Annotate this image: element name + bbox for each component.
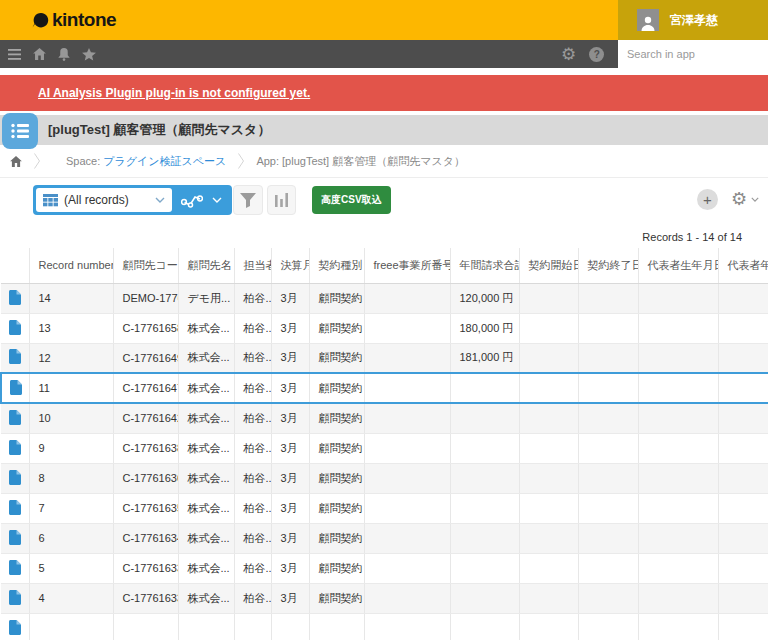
cell xyxy=(718,373,768,403)
column-header[interactable]: 代表者年齢 xyxy=(718,248,768,283)
breadcrumb-space: Space: プラグイン検証スペース xyxy=(66,154,226,169)
warning-banner-link[interactable]: AI Analysis Plugin plug-in is not config… xyxy=(38,86,310,100)
document-icon[interactable] xyxy=(9,440,21,455)
cell: 柏谷... xyxy=(234,583,271,613)
cell xyxy=(638,553,718,583)
table-header-row: Record number顧問先コード顧問先名担当者決算月契約種別freee事業… xyxy=(1,248,768,283)
topbar: kintone 宮澤孝慈 xyxy=(0,0,768,40)
chart-button[interactable] xyxy=(267,185,296,215)
column-header[interactable]: 契約終了日 xyxy=(578,248,638,283)
table-row[interactable]: 13C-17761658...株式会...柏谷...3月顧問契約180,000 … xyxy=(1,313,768,343)
column-header[interactable]: 顧問先コード xyxy=(113,248,178,283)
document-icon[interactable] xyxy=(9,620,21,635)
cell xyxy=(638,493,718,523)
column-header[interactable]: 顧問先名 xyxy=(178,248,234,283)
cell: 柏谷... xyxy=(234,433,271,463)
view-dropdown[interactable]: (All records) xyxy=(36,188,172,212)
cell: 11 xyxy=(29,373,113,403)
cell xyxy=(178,613,234,640)
cell: 180,000 円 xyxy=(450,313,519,343)
cell: C-17761633... xyxy=(113,583,178,613)
home-icon[interactable] xyxy=(33,48,46,60)
document-icon[interactable] xyxy=(9,560,21,575)
star-icon[interactable] xyxy=(82,48,96,61)
cell xyxy=(638,283,718,313)
cell: 3月 xyxy=(271,343,309,373)
cell xyxy=(578,583,638,613)
filter-button[interactable] xyxy=(233,185,263,215)
help-icon[interactable]: ? xyxy=(589,47,604,62)
cell: 181,000 円 xyxy=(450,343,519,373)
app-list-icon[interactable] xyxy=(2,113,38,149)
cell xyxy=(364,613,450,640)
search-input[interactable] xyxy=(618,40,768,68)
column-header[interactable]: 決算月 xyxy=(271,248,309,283)
cell: 4 xyxy=(29,583,113,613)
gear-icon[interactable]: ⚙ xyxy=(561,46,576,63)
app-settings-button[interactable]: ⚙ xyxy=(731,188,759,210)
record-icon-cell xyxy=(1,463,29,493)
cell: 柏谷... xyxy=(234,313,271,343)
graph-view-button[interactable] xyxy=(172,192,232,208)
document-icon[interactable] xyxy=(9,410,21,425)
user-menu[interactable]: 宮澤孝慈 xyxy=(618,0,768,40)
column-header[interactable]: 担当者 xyxy=(234,248,271,283)
document-icon[interactable] xyxy=(9,500,21,515)
cell xyxy=(450,553,519,583)
table-row[interactable]: 9C-17761638...株式会...柏谷...3月顧問契約 xyxy=(1,433,768,463)
cell: 株式会... xyxy=(178,373,234,403)
column-header[interactable]: Record number xyxy=(29,248,113,283)
cell: 株式会... xyxy=(178,433,234,463)
document-icon[interactable] xyxy=(9,530,21,545)
avatar xyxy=(637,9,659,31)
table-row[interactable]: 14DEMO-1776...デモ用...柏谷...3月顧問契約120,000 円 xyxy=(1,283,768,313)
kintone-logo[interactable]: kintone xyxy=(32,0,116,40)
table-row[interactable]: 6C-17761634...株式会...柏谷...3月顧問契約 xyxy=(1,523,768,553)
record-icon-cell xyxy=(1,493,29,523)
document-icon[interactable] xyxy=(9,349,21,364)
table-row[interactable]: 10C-17761642...株式会...柏谷...3月顧問契約 xyxy=(1,403,768,433)
kintone-app-screen: kintone 宮澤孝慈 ⚙ ? xyxy=(0,0,768,640)
breadcrumb-home-icon[interactable] xyxy=(10,156,22,167)
cell xyxy=(718,463,768,493)
person-icon xyxy=(640,15,656,31)
cell xyxy=(638,613,718,640)
table-row[interactable]: 5C-17761633...株式会...柏谷...3月顧問契約 xyxy=(1,553,768,583)
document-icon[interactable] xyxy=(10,380,22,395)
bell-icon[interactable] xyxy=(58,48,70,61)
csv-import-button[interactable]: 高度CSV取込 xyxy=(312,186,391,214)
record-icon-cell xyxy=(1,523,29,553)
column-header[interactable]: freee事業所番号 xyxy=(364,248,450,283)
add-record-button[interactable]: + xyxy=(697,189,718,210)
document-icon[interactable] xyxy=(9,290,21,305)
column-header[interactable]: 契約種別 xyxy=(309,248,364,283)
table-row[interactable]: 7C-17761635...株式会...柏谷...3月顧問契約 xyxy=(1,493,768,523)
cell xyxy=(364,343,450,373)
cell: 3月 xyxy=(271,403,309,433)
cell xyxy=(638,343,718,373)
column-header[interactable]: 契約開始日 xyxy=(519,248,578,283)
cell xyxy=(519,583,578,613)
table-row[interactable]: 8C-17761636...株式会...柏谷...3月顧問契約 xyxy=(1,463,768,493)
table-row[interactable]: 4C-17761633...株式会...柏谷...3月顧問契約 xyxy=(1,583,768,613)
table-row[interactable] xyxy=(1,613,768,640)
menu-icon[interactable] xyxy=(8,49,21,60)
table-row[interactable]: 12C-17761649...株式会...柏谷...3月顧問契約181,000 … xyxy=(1,343,768,373)
cell: 株式会... xyxy=(178,313,234,343)
document-icon[interactable] xyxy=(9,470,21,485)
cell xyxy=(364,493,450,523)
record-icon-cell xyxy=(1,433,29,463)
cell: 8 xyxy=(29,463,113,493)
document-icon[interactable] xyxy=(9,590,21,605)
cell xyxy=(519,433,578,463)
cell xyxy=(450,433,519,463)
cell: 顧問契約 xyxy=(309,313,364,343)
cell: 14 xyxy=(29,283,113,313)
column-header[interactable]: 年間請求合計 xyxy=(450,248,519,283)
breadcrumb-space-link[interactable]: プラグイン検証スペース xyxy=(103,155,226,167)
cell xyxy=(578,433,638,463)
cell xyxy=(638,463,718,493)
table-row[interactable]: 11C-17761647...株式会...柏谷...3月顧問契約 xyxy=(1,373,768,403)
column-header[interactable]: 代表者生年月日 xyxy=(638,248,718,283)
document-icon[interactable] xyxy=(9,320,21,335)
